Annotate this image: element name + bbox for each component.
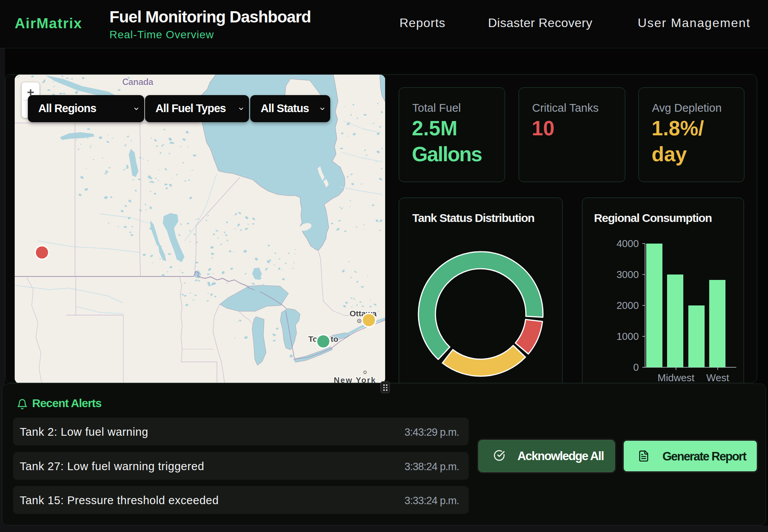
svg-text:0: 0 [633, 361, 639, 373]
svg-text:1000: 1000 [616, 331, 639, 342]
svg-text:Midwest: Midwest [657, 372, 695, 383]
svg-text:2000: 2000 [616, 300, 639, 311]
svg-text:Canada: Canada [122, 77, 154, 87]
svg-text:New York: New York [334, 375, 376, 383]
svg-text:West: West [707, 372, 730, 383]
svg-text:4000: 4000 [616, 238, 639, 249]
svg-text:3000: 3000 [616, 269, 639, 280]
